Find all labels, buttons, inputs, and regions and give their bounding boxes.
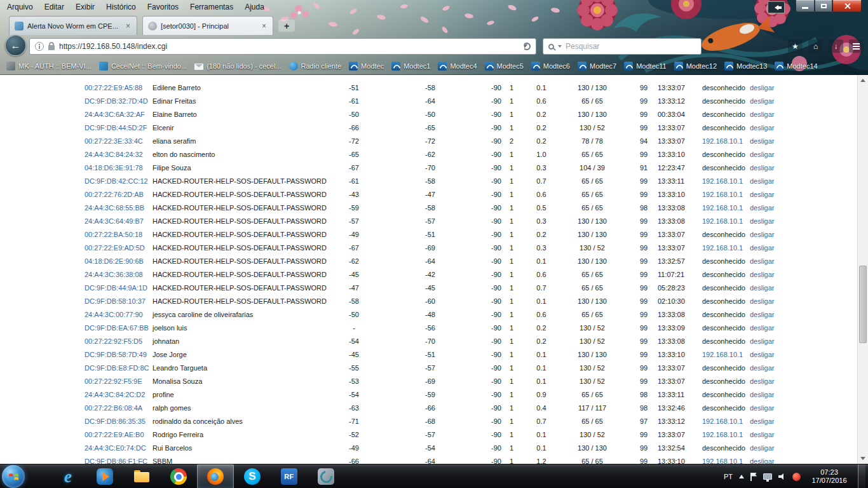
client-mac-link[interactable]: DC:9F:DB:44:5D:2F — [85, 124, 147, 132]
bookmark-radio-cliente[interactable]: Radio cliente — [285, 60, 346, 72]
search-bar[interactable] — [543, 38, 702, 55]
client-mac-link[interactable]: DC:9F:DB:58:7D:49 — [85, 351, 147, 358]
client-mac-link[interactable]: 04:18:D6:2E:90:6B — [85, 257, 144, 265]
client-mac-link[interactable]: DC:9F:DB:32:7D:4D — [85, 97, 148, 105]
last-ip[interactable]: 192.168.10.1 — [702, 177, 743, 185]
disconnect-link[interactable]: desligar — [750, 324, 775, 332]
disconnect-link[interactable]: desligar — [750, 377, 775, 385]
disconnect-link[interactable]: desligar — [750, 364, 775, 372]
antivirus-tray-icon[interactable] — [792, 473, 801, 481]
disconnect-link[interactable]: desligar — [750, 257, 775, 265]
back-button[interactable]: ← — [5, 35, 26, 56]
client-mac-link[interactable]: 00:27:22:B6:08:4A — [85, 404, 142, 412]
menu-editar[interactable]: Editar — [39, 1, 70, 13]
client-mac-link[interactable]: 24:A4:3C:84:24:32 — [85, 151, 143, 158]
action-center-flag-icon[interactable] — [750, 473, 757, 481]
bookmark-mk-auth-bem-vi[interactable]: MK - AUTH :: BEM-VI... — [3, 60, 95, 72]
url-bar[interactable]: https://192.168.50.148/index.cgi — [29, 38, 536, 55]
restore-arrow-button[interactable] — [768, 1, 785, 13]
close-button[interactable] — [832, 0, 862, 12]
disconnect-link[interactable]: desligar — [750, 97, 775, 105]
menu-arquivo[interactable]: Arquivo — [1, 1, 39, 13]
tab-setor0030-principal[interactable]: [setor0030] - Principal × — [142, 16, 273, 35]
taskbar-chrome-button[interactable] — [160, 464, 197, 488]
disconnect-link[interactable]: desligar — [750, 391, 775, 398]
client-mac-link[interactable]: DC:9F:DB:EA:67:BB — [85, 324, 149, 332]
menu-icon[interactable] — [849, 39, 864, 53]
disconnect-link[interactable]: desligar — [750, 337, 775, 345]
scrollbar[interactable] — [857, 75, 868, 464]
client-mac-link[interactable]: DC:9F:DB:86:35:35 — [85, 417, 146, 425]
bookmark-star-icon[interactable]: ★ — [788, 39, 803, 53]
client-mac-link[interactable]: 00:27:22:3E:33:4C — [85, 137, 143, 145]
scroll-up-button[interactable] — [858, 75, 868, 86]
disconnect-link[interactable]: desligar — [750, 244, 775, 252]
reload-icon[interactable] — [523, 43, 531, 50]
taskbar-internet-explorer-button[interactable]: e — [50, 464, 86, 488]
client-mac-link[interactable]: 04:18:D6:3E:91:78 — [85, 164, 143, 172]
new-tab-button[interactable]: + — [278, 20, 295, 32]
disconnect-link[interactable]: desligar — [750, 297, 775, 305]
bookmark-modtec11[interactable]: Modtec11 — [620, 60, 670, 72]
disconnect-link[interactable]: desligar — [750, 137, 775, 145]
tab-close-icon[interactable]: × — [125, 22, 132, 30]
client-mac-link[interactable]: 24:A4:3C:6A:32:AF — [85, 111, 145, 118]
scrollbar-thumb[interactable] — [859, 266, 867, 343]
disconnect-link[interactable]: desligar — [750, 177, 775, 185]
tab-alert-worm[interactable]: Alerta Novo Worm em CPE... × — [9, 16, 137, 35]
client-mac-link[interactable]: DC:9F:DB:44:9A:1D — [85, 284, 147, 292]
menu-exibir[interactable]: Exibir — [70, 1, 100, 13]
home-icon[interactable]: ⌂ — [808, 39, 823, 53]
client-mac-link[interactable]: 00:27:22:BA:50:18 — [85, 231, 142, 238]
show-desktop-button[interactable] — [858, 464, 865, 488]
client-mac-link[interactable]: DC:9F:DB:86:F1:FC — [85, 458, 147, 464]
client-mac-link[interactable]: DC:9F:DB:42:CC:12 — [85, 177, 148, 185]
last-ip[interactable]: 192.168.10.1 — [702, 417, 743, 425]
disconnect-link[interactable]: desligar — [750, 191, 775, 198]
disconnect-link[interactable]: desligar — [750, 417, 775, 425]
client-mac-link[interactable]: DC:9F:DB:58:10:37 — [85, 297, 146, 305]
taskbar-firefox-button[interactable] — [197, 464, 234, 488]
hidden-icons-arrow[interactable] — [739, 475, 744, 478]
client-mac-link[interactable]: 00:27:22:92:F5:9E — [85, 377, 142, 385]
language-indicator[interactable]: PT — [724, 473, 733, 480]
bookmark-modtec5[interactable]: Modtec5 — [481, 60, 527, 72]
disconnect-link[interactable]: desligar — [750, 351, 775, 358]
taskbar-swirl-app-button[interactable] — [308, 464, 344, 488]
bookmark-modtec7[interactable]: Modtec7 — [574, 60, 620, 72]
bookmark-modtec6[interactable]: Modtec6 — [527, 60, 574, 72]
search-icon[interactable] — [548, 44, 554, 50]
client-mac-link[interactable]: 00:27:22:E9:AD:5D — [85, 244, 145, 252]
last-ip[interactable]: 192.168.10.1 — [702, 204, 743, 212]
scroll-down-button[interactable] — [858, 453, 868, 464]
search-input[interactable] — [566, 42, 696, 51]
bookmark-180-na-o-lidos-cecel[interactable]: (180 não lidos) - cecel... — [191, 60, 285, 72]
last-ip[interactable]: 192.168.10.1 — [702, 191, 743, 198]
disconnect-link[interactable]: desligar — [750, 124, 775, 132]
bookmark-modtec[interactable]: Modtec — [345, 60, 388, 72]
last-ip[interactable]: 192.168.10.1 — [702, 431, 743, 438]
taskbar-explorer-folder-button[interactable] — [123, 464, 160, 488]
client-mac-link[interactable]: 24:A4:3C:68:55:BB — [85, 204, 144, 212]
taskbar-media-player-button[interactable] — [86, 464, 123, 488]
disconnect-link[interactable]: desligar — [750, 164, 775, 172]
last-ip[interactable]: 192.168.10.1 — [702, 137, 743, 145]
client-mac-link[interactable]: DC:9F:DB:E8:FD:8C — [85, 364, 149, 372]
downloads-icon[interactable]: ↓ — [829, 39, 843, 53]
menu-favoritos[interactable]: Favoritos — [142, 1, 184, 13]
disconnect-link[interactable]: desligar — [750, 284, 775, 292]
client-mac-link[interactable]: 00:27:22:76:2D:AB — [85, 191, 144, 198]
network-icon[interactable] — [763, 473, 772, 480]
disconnect-link[interactable]: desligar — [750, 311, 775, 318]
site-info-icon[interactable] — [35, 42, 44, 51]
client-mac-link[interactable]: 24:A4:3C:36:38:08 — [85, 271, 143, 278]
last-ip[interactable]: 192.168.10.1 — [702, 458, 743, 464]
disconnect-link[interactable]: desligar — [750, 231, 775, 238]
menu-ferramentas[interactable]: Ferramentas — [184, 1, 239, 13]
lock-icon[interactable] — [48, 45, 55, 50]
disconnect-link[interactable]: desligar — [750, 111, 775, 118]
last-ip[interactable]: 192.168.10.1 — [702, 351, 743, 358]
last-ip[interactable]: 192.168.10.1 — [702, 217, 743, 225]
client-mac-link[interactable]: 24:A4:3C:64:49:B7 — [85, 217, 144, 225]
disconnect-link[interactable]: desligar — [750, 444, 775, 452]
